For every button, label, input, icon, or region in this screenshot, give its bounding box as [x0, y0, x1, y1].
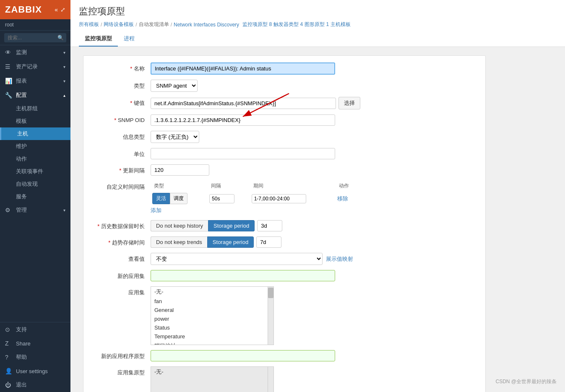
info-type-label: 信息类型	[92, 131, 151, 141]
interval-cell	[208, 191, 250, 206]
custom-intervals-table: 类型 间隔 期间 动作 灵活 调度	[151, 181, 360, 206]
new-app-type-row: 新的应用程序原型	[92, 350, 477, 361]
name-input[interactable]	[151, 62, 335, 75]
new-app-input[interactable]	[151, 270, 335, 281]
trend-value-input[interactable]	[256, 236, 281, 248]
help-icon: ?	[5, 354, 13, 361]
info-type-field-container: 数字 (无正负)	[151, 131, 360, 143]
add-interval-link[interactable]: 添加	[151, 206, 161, 215]
history-no-keep-btn[interactable]: Do not keep history	[151, 220, 208, 231]
search-input[interactable]	[4, 33, 66, 42]
type-select[interactable]: SNMP agent	[151, 80, 198, 92]
trend-no-keep-btn[interactable]: Do not keep trends	[151, 236, 207, 248]
sidebar-item-label: User settings	[16, 368, 48, 374]
sidebar-item-maintenance[interactable]: 维护	[0, 140, 70, 153]
list-item[interactable]: Status	[151, 323, 268, 332]
reports-icon: 📊	[5, 78, 13, 84]
sidebar-item-logout[interactable]: ⏻ 退出	[0, 378, 70, 392]
list-item[interactable]: 端口地址	[151, 341, 268, 345]
trend-storage-btn[interactable]: Storage period	[207, 236, 254, 248]
sidebar-item-actions[interactable]: 动作	[0, 153, 70, 165]
sidebar-item-label: 管理	[16, 206, 27, 214]
unit-input[interactable]	[151, 148, 335, 159]
list-item[interactable]: General	[151, 306, 268, 314]
sidebar-user: root	[0, 19, 70, 31]
unit-row: 单位	[92, 148, 477, 159]
key-input[interactable]	[151, 98, 336, 109]
scrollbar-thumb	[268, 288, 273, 298]
breadcrumb-discovery-name[interactable]: Network Interfaces Discovery	[174, 22, 239, 28]
history-value-input[interactable]	[257, 220, 282, 231]
sidebar-item-correlation[interactable]: 关联项事件	[0, 165, 70, 178]
admin-icon: ⚙	[5, 207, 13, 213]
sidebar-item-templates[interactable]: 模板	[0, 115, 70, 127]
snmp-oid-input[interactable]	[151, 114, 335, 126]
breadcrumb-host-template[interactable]: 主机模板	[331, 21, 351, 28]
sidebar-item-label: 监测	[16, 49, 27, 56]
breadcrumb-item-prototypes[interactable]: 监控项原型 8	[242, 21, 272, 28]
sidebar-item-config[interactable]: 🔧 配置 ▴	[0, 88, 70, 102]
history-container: Do not keep history Storage period	[151, 220, 360, 231]
sidebar-item-reports[interactable]: 📊 报表 ▾	[0, 74, 70, 88]
sidebar-item-monitor[interactable]: 👁 监测 ▾	[0, 45, 70, 60]
sidebar-item-discovery[interactable]: 自动发现	[0, 178, 70, 190]
chevron-icon: ▾	[63, 208, 65, 213]
sidebar-bottom: ⊙ 支持 Z Share ? 帮助 👤 User settings ⏻ 退出	[0, 322, 70, 392]
sidebar-item-label: 配置	[16, 91, 27, 99]
logo-controls[interactable]: « ⤢	[55, 6, 65, 13]
app-type-item: -无-	[154, 368, 264, 376]
sidebar-item-share[interactable]: Z Share	[0, 337, 70, 350]
monitor-icon: 👁	[5, 49, 13, 56]
period-input[interactable]	[252, 194, 306, 203]
action-cell: 移除	[336, 191, 360, 206]
remove-interval-link[interactable]: 移除	[337, 195, 348, 202]
sidebar-item-hosts[interactable]: 主机	[0, 127, 70, 140]
new-app-type-input[interactable]	[151, 350, 335, 361]
tab-progress[interactable]: 进程	[118, 31, 141, 47]
app-type-scrollbar[interactable]	[268, 366, 274, 392]
app-list-scrollbar[interactable]	[268, 286, 274, 345]
app-list-container: -无-fanGeneralpowerStatusTemperature端口地址设…	[151, 286, 360, 345]
chevron-icon: ▴	[63, 93, 65, 98]
breadcrumb-auto-discovery: 自动发现清单	[139, 21, 169, 28]
breadcrumb-trigger-type[interactable]: 触发器类型 4	[273, 21, 303, 28]
sidebar-item-host-groups[interactable]: 主机群组	[0, 102, 70, 115]
col-period: 期间	[250, 181, 336, 191]
lookup-select[interactable]: 不变	[151, 253, 323, 265]
breadcrumb-graph-prototype[interactable]: 图形原型 1	[305, 21, 329, 28]
info-type-select[interactable]: 数字 (无正负)	[151, 131, 199, 143]
history-storage-btn[interactable]: Storage period	[208, 220, 255, 231]
sidebar-item-user-settings[interactable]: 👤 User settings	[0, 364, 70, 378]
list-item[interactable]: fan	[151, 297, 268, 306]
list-item[interactable]: -无-	[151, 287, 268, 297]
collapse-icon[interactable]: «	[55, 6, 58, 13]
list-item[interactable]: Temperature	[151, 332, 268, 341]
app-type-list[interactable]: -无-	[151, 366, 268, 392]
breadcrumb-template-name[interactable]: 网络设备模板	[104, 21, 134, 28]
trend-row: 趋势存储时间 Do not keep trends Storage period	[92, 236, 477, 248]
app-list[interactable]: -无-fanGeneralpowerStatusTemperature端口地址设…	[151, 286, 268, 345]
key-select-button[interactable]: 选择	[338, 97, 360, 109]
breadcrumb-all-templates[interactable]: 所有模板	[79, 21, 99, 28]
sidebar-item-assets[interactable]: ☰ 资产记录 ▾	[0, 60, 70, 74]
expand-icon[interactable]: ⤢	[60, 6, 65, 13]
sidebar-item-services[interactable]: 服务	[0, 190, 70, 203]
name-row: 名称	[92, 62, 477, 75]
list-item[interactable]: power	[151, 314, 268, 323]
sidebar-item-support[interactable]: ⊙ 支持	[0, 322, 70, 337]
col-interval: 间隔	[208, 181, 250, 191]
chevron-icon: ▾	[63, 65, 65, 69]
custom-intervals-container: 类型 间隔 期间 动作 灵活 调度	[151, 181, 360, 215]
sidebar-item-help[interactable]: ? 帮助	[0, 350, 70, 364]
period-cell	[250, 191, 336, 206]
update-interval-input[interactable]	[151, 164, 209, 176]
lookup-mapping-link[interactable]: 展示值映射	[326, 255, 353, 263]
tab-item-prototype[interactable]: 监控项原型	[79, 31, 118, 47]
app-type-label: 应用集原型	[92, 366, 151, 376]
interval-input[interactable]	[209, 194, 234, 203]
logout-icon: ⏻	[5, 382, 13, 388]
type-flexible-btn[interactable]: 灵活	[152, 193, 170, 204]
app-list-row: 应用集 -无-fanGeneralpowerStatusTemperature端…	[92, 286, 477, 345]
sidebar-item-admin[interactable]: ⚙ 管理 ▾	[0, 203, 70, 217]
type-schedule-btn[interactable]: 调度	[170, 193, 187, 204]
